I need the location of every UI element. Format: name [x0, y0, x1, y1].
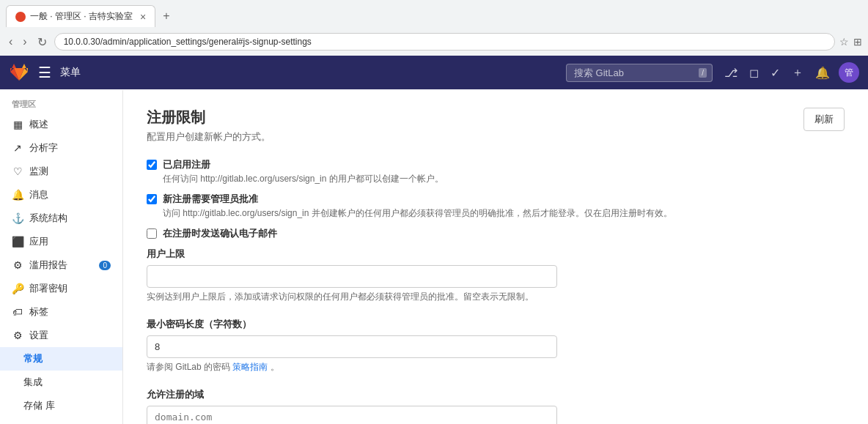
sidebar-item-label: 应用: [29, 235, 48, 248]
global-search-input[interactable]: [566, 64, 713, 82]
sidebar-item-deploy-keys[interactable]: 🔑 部署密钥: [0, 277, 122, 300]
sidebar: 管理区 ▦ 概述 ↗ 分析字 ♡ 监测 🔔 消息 ⚓ 系统结构 ⬛: [0, 90, 123, 424]
sidebar-item-apps[interactable]: ⬛ 应用: [0, 230, 122, 253]
signup-enabled-row: 已启用注册 任何访问 http://gitlab.lec.org/users/s…: [147, 158, 845, 185]
sidebar-item-settings[interactable]: ⚙ 设置: [0, 324, 122, 347]
overview-icon: ▦: [12, 119, 23, 130]
sidebar-item-label: 部署密钥: [29, 282, 67, 295]
admin-approval-checkbox[interactable]: [147, 194, 157, 204]
monitoring-icon: ♡: [12, 165, 23, 177]
allowed-domains-textarea[interactable]: [147, 406, 557, 424]
min-password-label: 最小密码长度（字符数）: [147, 318, 845, 331]
apps-icon: ⬛: [12, 236, 23, 248]
sidebar-item-structure[interactable]: ⚓ 系统结构: [0, 207, 122, 230]
app-shell: ☰ 菜单 / ⎇ ◻ ✓ ＋ 🔔 管 管理区 ▦ 概述: [0, 56, 868, 424]
admin-approval-desc: 访问 http://gitlab.lec.org/users/sign_in 并…: [163, 207, 672, 220]
sidebar-item-monitoring[interactable]: ♡ 监测: [0, 160, 122, 183]
sidebar-item-analytics[interactable]: ↗ 分析字: [0, 136, 122, 160]
user-cap-label: 用户上限: [147, 248, 845, 261]
page-description: 配置用户创建新帐户的方式。: [147, 130, 845, 144]
messages-icon: 🔔: [12, 189, 23, 201]
issues-icon[interactable]: ◻: [746, 63, 762, 83]
create-new-icon[interactable]: ＋: [789, 62, 806, 83]
deploy-keys-icon: 🔑: [12, 283, 23, 294]
admin-section-label: 管理区: [0, 90, 122, 113]
admin-approval-label[interactable]: 新注册需要管理员批准: [163, 193, 258, 204]
sidebar-item-overview[interactable]: ▦ 概述: [0, 113, 122, 136]
structure-icon: ⚓: [12, 212, 23, 224]
tab-close-button[interactable]: ×: [140, 11, 146, 23]
email-confirmation-row: 在注册时发送确认电子邮件: [147, 227, 845, 240]
address-input[interactable]: [54, 33, 835, 51]
sidebar-item-messages[interactable]: 🔔 消息: [0, 183, 122, 207]
email-confirmation-checkbox[interactable]: [147, 228, 157, 239]
browser-icons: ☆ ⊞: [839, 36, 862, 48]
forward-button[interactable]: ›: [20, 34, 29, 50]
sidebar-item-label: 监测: [29, 165, 48, 178]
top-navigation: ☰ 菜单 / ⎇ ◻ ✓ ＋ 🔔 管: [0, 56, 868, 89]
email-confirmation-label[interactable]: 在注册时发送确认电子邮件: [163, 228, 277, 239]
sidebar-item-general[interactable]: 常规: [0, 347, 122, 371]
analytics-icon: ↗: [12, 142, 23, 154]
abuse-badge: 0: [99, 261, 111, 270]
password-policy-link[interactable]: 策略指南: [232, 362, 268, 372]
notifications-icon[interactable]: 🔔: [812, 63, 833, 83]
sidebar-item-label: 消息: [29, 188, 48, 201]
sidebar-item-label: 分析字: [29, 141, 58, 155]
labels-icon: 🏷: [12, 306, 23, 318]
allowed-domains-field: 允许注册的域 只有电子邮件地址与这些域匹配的用户才能注册。允许使用通配符。对多个…: [147, 388, 845, 424]
bookmark-icon[interactable]: ☆: [839, 36, 849, 48]
abuse-icon: ⚙: [12, 259, 23, 271]
todos-icon[interactable]: ✓: [768, 63, 783, 83]
sidebar-item-integrations[interactable]: 集成: [0, 371, 122, 394]
sidebar-item-abuse-reports[interactable]: ⚙ 滥用报告 0: [0, 253, 122, 277]
address-bar: ‹ › ↻ ☆ ⊞: [0, 28, 868, 56]
sidebar-item-label: 常规: [23, 352, 43, 365]
signup-enabled-checkbox[interactable]: [147, 160, 157, 170]
merge-requests-icon[interactable]: ⎇: [721, 63, 740, 83]
tab-bar: 一般 · 管理区 · 吉特实验室 × +: [0, 0, 868, 28]
min-password-hint: 请参阅 GitLab 的密码 策略指南 。: [147, 361, 845, 373]
search-slash-hint: /: [699, 68, 707, 78]
tab-favicon: [15, 12, 26, 22]
signup-enabled-label[interactable]: 已启用注册: [163, 159, 210, 170]
sidebar-item-repository[interactable]: 存储 库: [0, 394, 122, 417]
refresh-button[interactable]: 刷新: [803, 108, 845, 131]
allowed-domains-label: 允许注册的域: [147, 388, 845, 401]
sidebar-item-label: 设置: [29, 329, 48, 342]
new-tab-button[interactable]: +: [158, 8, 174, 24]
user-cap-input[interactable]: [147, 265, 557, 288]
menu-toggle-button[interactable]: ☰: [38, 64, 51, 81]
sidebar-item-labels[interactable]: 🏷 标签: [0, 300, 122, 324]
gitlab-logo: [9, 62, 29, 83]
min-password-field: 最小密码长度（字符数） 请参阅 GitLab 的密码 策略指南 。: [147, 318, 845, 373]
sidebar-item-label: 集成: [23, 376, 43, 389]
tab-title: 一般 · 管理区 · 吉特实验室: [30, 10, 133, 23]
extensions-icon[interactable]: ⊞: [853, 36, 862, 48]
sidebar-item-label: 滥用报告: [29, 259, 67, 272]
reload-button[interactable]: ↻: [34, 34, 50, 51]
settings-icon: ⚙: [12, 330, 23, 341]
sidebar-item-cicd[interactable]: CI/CD: [0, 417, 122, 424]
signup-enabled-desc: 任何访问 http://gitlab.lec.org/users/sign_in…: [163, 173, 444, 185]
sidebar-item-label: 系统结构: [29, 212, 67, 225]
main-content: 刷新 注册限制 配置用户创建新帐户的方式。 已启用注册 任何访问 http://…: [123, 90, 868, 424]
admin-approval-row: 新注册需要管理员批准 访问 http://gitlab.lec.org/user…: [147, 193, 845, 220]
page-title: 注册限制: [147, 108, 845, 127]
search-wrapper: /: [566, 64, 713, 82]
browser-chrome: 一般 · 管理区 · 吉特实验室 × + ‹ › ↻ ☆ ⊞: [0, 0, 868, 56]
sidebar-item-label: 标签: [29, 305, 48, 319]
topnav-action-icons: ⎇ ◻ ✓ ＋ 🔔 管: [721, 62, 859, 83]
user-cap-field: 用户上限 实例达到用户上限后，添加或请求访问权限的任何用户都必须获得管理员的批准…: [147, 248, 845, 303]
active-tab[interactable]: 一般 · 管理区 · 吉特实验室 ×: [6, 5, 155, 27]
back-button[interactable]: ‹: [6, 34, 15, 50]
menu-label: 菜单: [60, 66, 81, 79]
sidebar-item-label: 概述: [29, 118, 48, 131]
sidebar-item-label: 存储 库: [23, 399, 55, 412]
user-avatar[interactable]: 管: [839, 62, 859, 83]
min-password-input[interactable]: [147, 335, 557, 358]
user-cap-hint: 实例达到用户上限后，添加或请求访问权限的任何用户都必须获得管理员的批准。留空表示…: [147, 291, 845, 303]
